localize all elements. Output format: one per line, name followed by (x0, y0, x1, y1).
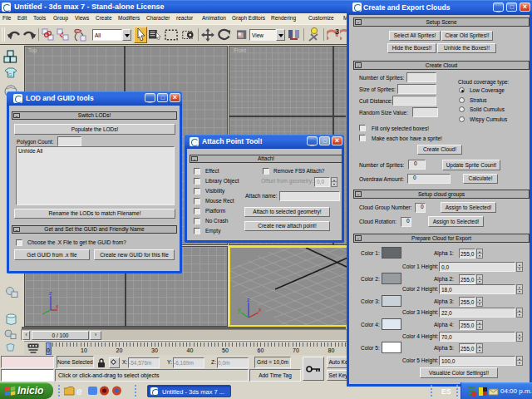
svg-text:z: z (49, 290, 52, 296)
svg-text:x: x (259, 307, 262, 313)
svg-text:3: 3 (335, 28, 339, 36)
svg-text:y: y (238, 307, 241, 313)
svg-text:z: z (247, 297, 250, 303)
svg-text:x: x (56, 303, 59, 309)
svg-text:G: G (8, 72, 12, 77)
svg-text:e: e (76, 386, 82, 396)
